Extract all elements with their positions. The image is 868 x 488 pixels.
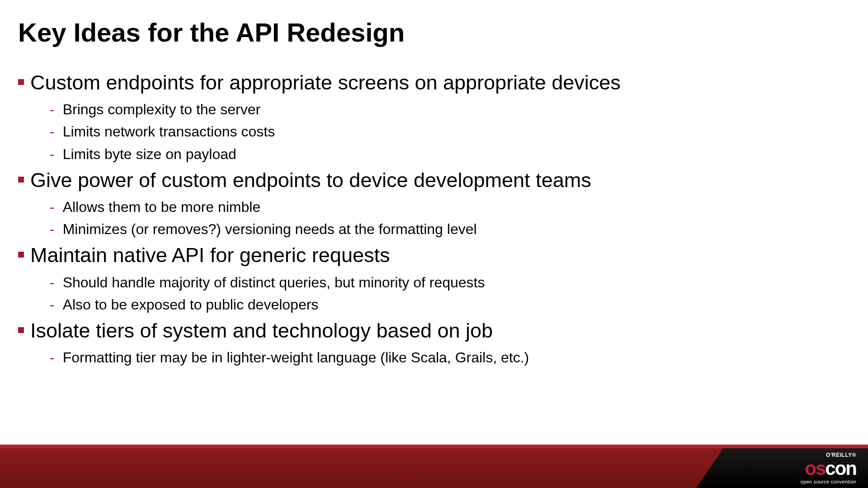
bullet-square-icon — [18, 177, 24, 183]
sub-bullet-text: Limits byte size on payload — [63, 145, 236, 164]
oscon-con: con — [825, 459, 856, 478]
oscon-tagline: open source convention — [801, 479, 856, 484]
dash-icon: - — [50, 145, 55, 164]
footer-main: O'REILLY® oscon open source convention — [0, 448, 868, 488]
oreilly-label: O'REILLY® — [826, 452, 856, 458]
slide-title: Key Ideas for the API Redesign — [18, 17, 850, 47]
bullet-group-2: Maintain native API for generic requests… — [18, 243, 850, 314]
bullet-group-0: Custom endpoints for appropriate screens… — [18, 70, 850, 164]
bullet-square-icon — [18, 252, 24, 258]
sub-bullet-text: Also to be exposed to public developers — [63, 295, 319, 314]
slide-footer: O'REILLY® oscon open source convention — [0, 445, 868, 488]
main-bullet: Maintain native API for generic requests — [18, 243, 850, 268]
sub-bullet-text: Formatting tier may be in lighter-weight… — [63, 348, 529, 367]
bullet-group-3: Isolate tiers of system and technology b… — [18, 318, 850, 367]
main-bullet: Isolate tiers of system and technology b… — [18, 318, 850, 343]
main-bullet-text: Maintain native API for generic requests — [30, 243, 390, 268]
sub-bullet: - Brings complexity to the server — [18, 100, 850, 119]
sub-bullet: - Should handle majority of distinct que… — [18, 273, 850, 292]
oscon-logo: oscon — [805, 459, 856, 478]
sub-bullet-text: Brings complexity to the server — [63, 100, 261, 119]
sub-bullet: - Limits network transactions costs — [18, 122, 850, 141]
bullet-square-icon — [18, 327, 24, 333]
sub-bullet: - Also to be exposed to public developer… — [18, 295, 850, 314]
bullet-square-icon — [18, 79, 24, 85]
sub-bullet-text: Allows them to be more nimble — [63, 197, 261, 217]
sub-bullet-text: Limits network transactions costs — [63, 122, 275, 141]
bullet-group-1: Give power of custom endpoints to device… — [18, 168, 850, 239]
slide-content: Key Ideas for the API Redesign Custom en… — [0, 0, 868, 368]
sub-bullet-text: Should handle majority of distinct queri… — [63, 273, 485, 292]
dash-icon: - — [50, 220, 55, 239]
dash-icon: - — [50, 295, 55, 314]
dash-icon: - — [50, 273, 55, 292]
sub-bullet: - Limits byte size on payload — [18, 145, 850, 164]
footer-brand-block: O'REILLY® oscon open source convention — [696, 448, 868, 488]
main-bullet: Custom endpoints for appropriate screens… — [18, 70, 850, 95]
sub-bullet: - Allows them to be more nimble — [18, 197, 850, 217]
main-bullet: Give power of custom endpoints to device… — [18, 168, 850, 193]
footer-accent-bar — [0, 445, 868, 448]
dash-icon: - — [50, 122, 55, 141]
dash-icon: - — [50, 348, 55, 367]
main-bullet-text: Isolate tiers of system and technology b… — [30, 318, 493, 343]
dash-icon: - — [50, 100, 55, 119]
main-bullet-text: Give power of custom endpoints to device… — [30, 168, 591, 193]
sub-bullet: - Formatting tier may be in lighter-weig… — [18, 348, 850, 367]
main-bullet-text: Custom endpoints for appropriate screens… — [30, 70, 621, 95]
dash-icon: - — [50, 197, 55, 217]
oscon-os: os — [805, 459, 825, 478]
sub-bullet-text: Minimizes (or removes?) versioning needs… — [63, 220, 477, 239]
sub-bullet: - Minimizes (or removes?) versioning nee… — [18, 220, 850, 239]
